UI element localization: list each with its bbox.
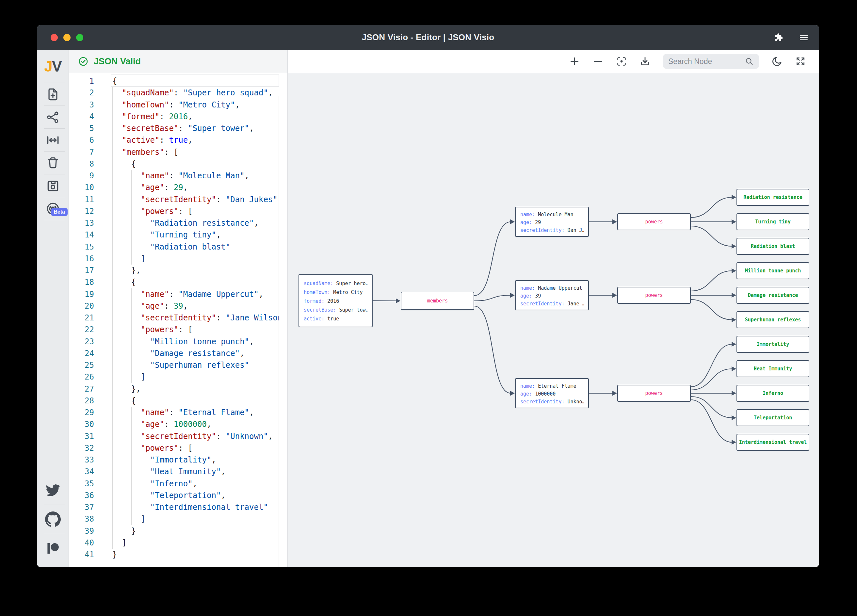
zoom-in-icon[interactable]: [569, 56, 580, 67]
sidebar-item-new-document[interactable]: [37, 83, 69, 105]
code-line[interactable]: 5 "secretBase": "Super tower",: [69, 122, 288, 134]
line-number: 19: [69, 288, 94, 300]
graph-canvas[interactable]: squadName: Super hero…homeTown: Metro Ci…: [288, 50, 819, 567]
code-line[interactable]: 38 ]: [69, 513, 288, 525]
code-line[interactable]: 12 "powers": [: [69, 206, 288, 217]
code-line[interactable]: 27 },: [69, 383, 288, 395]
code-line[interactable]: 41}: [69, 549, 288, 560]
code-line[interactable]: 13 "Radiation resistance",: [69, 217, 288, 229]
close-window-button[interactable]: [51, 34, 58, 41]
graph-node-members[interactable]: members: [401, 292, 474, 310]
graph-node-m3[interactable]: name: Eternal Flameage: 1000000secretIde…: [515, 378, 589, 408]
code-line[interactable]: 17 },: [69, 265, 288, 276]
line-number: 16: [69, 253, 94, 265]
graph-node-l8[interactable]: Heat Immunity: [736, 360, 809, 377]
center-focus-icon[interactable]: [616, 56, 627, 67]
fit-width-icon: [46, 133, 60, 147]
code-line[interactable]: 24 "Damage resistance",: [69, 348, 288, 359]
download-icon[interactable]: [639, 56, 651, 67]
graph-node-p1[interactable]: powers: [617, 213, 691, 230]
code-line[interactable]: 14 "Turning tiny",: [69, 229, 288, 241]
graph-node-p3[interactable]: powers: [617, 385, 691, 402]
graph-node-l10[interactable]: Teleportation: [736, 409, 809, 426]
code-line[interactable]: 36 "Teleportation",: [69, 490, 288, 501]
graph-node-l9[interactable]: Inferno: [736, 385, 809, 402]
dark-mode-moon-icon[interactable]: [772, 56, 783, 67]
graph-node-m1[interactable]: name: Molecule Manage: 29secretIdentity:…: [515, 207, 589, 237]
line-content: "Interdimensional travel": [112, 501, 268, 513]
code-line[interactable]: 39 }: [69, 525, 288, 537]
json-code-editor[interactable]: 1{2 "squadName": "Super hero squad",3 "h…: [69, 73, 288, 567]
graph-node-l2[interactable]: Turning tiny: [736, 213, 809, 230]
graph-node-l5[interactable]: Damage resistance: [736, 287, 809, 304]
code-line[interactable]: 4 "formed": 2016,: [69, 111, 288, 122]
code-line[interactable]: 31 "secretIdentity": "Unknown",: [69, 430, 288, 442]
minimize-window-button[interactable]: [63, 34, 71, 41]
search-node-box[interactable]: [663, 54, 759, 69]
node-label: Teleportation: [754, 415, 792, 421]
code-line[interactable]: 33 "Immortality",: [69, 454, 288, 466]
code-line[interactable]: 20 "age": 39,: [69, 300, 288, 312]
code-line[interactable]: 19 "name": "Madame Uppercut",: [69, 288, 288, 300]
sidebar-item-share[interactable]: [37, 106, 69, 128]
sidebar-item-twitter[interactable]: [37, 476, 69, 505]
graph-node-l3[interactable]: Radiation blast: [736, 238, 809, 255]
sidebar-item-save[interactable]: [37, 175, 69, 197]
code-line[interactable]: 11 "secretIdentity": "Dan Jukes",: [69, 194, 288, 206]
sidebar-item-fit-width[interactable]: [37, 129, 69, 151]
code-line[interactable]: 9 "name": "Molecule Man",: [69, 170, 288, 182]
code-line[interactable]: 16 ]: [69, 253, 288, 265]
zoom-window-button[interactable]: [76, 34, 83, 41]
code-line[interactable]: 28 {: [69, 395, 288, 407]
line-content: "squadName": "Super hero squad",: [112, 87, 273, 99]
code-line[interactable]: 34 "Heat Immunity",: [69, 466, 288, 478]
code-line[interactable]: 3 "homeTown": "Metro City",: [69, 99, 288, 111]
code-line[interactable]: 30 "age": 1000000,: [69, 418, 288, 430]
code-line[interactable]: 32 "powers": [: [69, 442, 288, 454]
graph-node-p2[interactable]: powers: [617, 287, 691, 304]
code-line[interactable]: 18 {: [69, 276, 288, 288]
search-node-input[interactable]: [668, 57, 745, 66]
code-line[interactable]: 22 "powers": [: [69, 323, 288, 336]
editor-panel: JSON Valid 1{2 "squadName": "Super hero …: [69, 50, 288, 567]
code-line[interactable]: 15 "Radiation blast": [69, 241, 288, 253]
search-icon[interactable]: [745, 57, 754, 66]
code-line[interactable]: 8 {: [69, 158, 288, 170]
code-line[interactable]: 35 "Inferno",: [69, 478, 288, 490]
code-line[interactable]: 23 "Million tonne punch",: [69, 336, 288, 348]
sidebar-item-github[interactable]: [37, 505, 69, 534]
extensions-puzzle-icon[interactable]: [774, 33, 784, 42]
code-line[interactable]: 29 "name": "Eternal Flame",: [69, 407, 288, 418]
line-number: 2: [69, 87, 94, 99]
desktop-background: { "titlebar": { "title": "JSON Visio - E…: [0, 0, 857, 616]
code-line[interactable]: 7 "members": [: [69, 146, 288, 158]
code-line[interactable]: 37 "Interdimensional travel": [69, 501, 288, 513]
line-number: 25: [69, 359, 94, 371]
app-logo[interactable]: JV: [37, 50, 69, 83]
graph-node-l11[interactable]: Interdimensional travel: [736, 434, 809, 451]
code-line[interactable]: 10 "age": 29,: [69, 182, 288, 193]
code-line[interactable]: 1{: [69, 75, 288, 87]
graph-node-root[interactable]: squadName: Super hero…homeTown: Metro Ci…: [299, 274, 373, 327]
graph-node-l6[interactable]: Superhuman reflexes: [736, 311, 809, 328]
code-line[interactable]: 26 ]: [69, 371, 288, 383]
editor-scrollbar[interactable]: [278, 96, 288, 567]
sidebar-item-delete[interactable]: [37, 152, 69, 174]
graph-node-l1[interactable]: Radiation resistance: [736, 189, 809, 206]
graph-node-m2[interactable]: name: Madame Uppercutage: 39secretIdenti…: [515, 280, 589, 310]
sidebar-item-patreon[interactable]: [37, 534, 69, 563]
graph-node-l7[interactable]: Immortality: [736, 336, 809, 353]
graph-node-l4[interactable]: Million tonne punch: [736, 262, 809, 279]
node-label: Superhuman reflexes: [745, 317, 801, 323]
fullscreen-icon[interactable]: [795, 56, 806, 67]
node-label: Turning tiny: [755, 219, 790, 225]
zoom-out-icon[interactable]: [592, 56, 603, 67]
sidebar-item-live-transform[interactable]: Beta: [37, 197, 69, 220]
code-line[interactable]: 25 "Superhuman reflexes": [69, 359, 288, 371]
line-content: },: [112, 265, 141, 276]
browser-menu-icon[interactable]: [799, 34, 808, 42]
code-line[interactable]: 2 "squadName": "Super hero squad",: [69, 87, 288, 99]
code-line[interactable]: 6 "active": true,: [69, 134, 288, 146]
code-line[interactable]: 40 ]: [69, 537, 288, 549]
code-line[interactable]: 21 "secretIdentity": "Jane Wilson",: [69, 312, 288, 323]
